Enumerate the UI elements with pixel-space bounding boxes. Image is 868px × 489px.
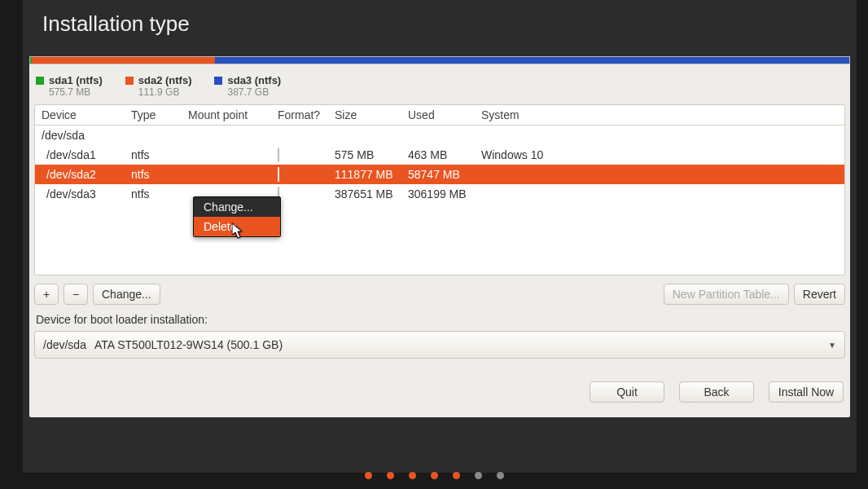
quit-button[interactable]: Quit <box>590 381 664 403</box>
table-row[interactable]: /dev/sda3 ntfs 387651 MB 306199 MB <box>35 184 844 204</box>
cell-size: 111877 MB <box>335 168 408 181</box>
content-panel: sda1 (ntfs) 575.7 MB sda2 (ntfs) 111.9 G… <box>29 56 850 417</box>
legend-item-sda1: sda1 (ntfs) 575.7 MB <box>36 74 103 98</box>
step-dot <box>431 472 438 479</box>
swatch-icon <box>125 77 134 85</box>
col-type[interactable]: Type <box>131 108 188 121</box>
change-partition-button[interactable]: Change... <box>93 284 160 305</box>
cell-device: /dev/sda1 <box>42 148 131 161</box>
cell-used: 58747 MB <box>408 168 481 181</box>
cell-system: Windows 10 <box>481 148 838 161</box>
table-header: Device Type Mount point Format? Size Use… <box>35 105 844 126</box>
step-dot <box>497 472 504 479</box>
format-checkbox[interactable] <box>278 167 279 182</box>
bootloader-desc: ATA ST500LT012-9WS14 (500.1 GB) <box>94 338 283 351</box>
cell-used: 463 MB <box>408 148 481 161</box>
col-device[interactable]: Device <box>42 108 131 121</box>
partition-legend: sda1 (ntfs) 575.7 MB sda2 (ntfs) 111.9 G… <box>29 69 850 104</box>
cell-used: 306199 MB <box>408 187 481 200</box>
back-button[interactable]: Back <box>679 381 754 403</box>
revert-button[interactable]: Revert <box>794 284 845 305</box>
col-mount[interactable]: Mount point <box>188 108 278 121</box>
install-now-button[interactable]: Install Now <box>769 381 844 403</box>
cell-device: /dev/sda3 <box>42 187 131 200</box>
menu-item-change[interactable]: Change... <box>194 197 280 217</box>
cursor-icon <box>232 223 245 240</box>
new-partition-table-button[interactable]: New Partition Table... <box>664 284 789 305</box>
bootloader-device: /dev/sda <box>43 338 86 351</box>
swatch-icon <box>36 77 44 85</box>
chevron-down-icon: ▼ <box>828 341 836 350</box>
installer-window: Installation type sda1 (ntfs) 575.7 MB s… <box>23 0 857 473</box>
partition-size-bar <box>29 56 850 64</box>
cell-type: ntfs <box>131 187 188 200</box>
add-partition-button[interactable]: + <box>34 284 59 305</box>
legend-size: 111.9 GB <box>138 86 192 98</box>
step-dot <box>453 472 460 479</box>
legend-size: 387.7 GB <box>227 86 281 98</box>
cell-format <box>278 187 335 200</box>
step-dot <box>475 472 482 479</box>
legend-item-sda3: sda3 (ntfs) 387.7 GB <box>214 74 281 98</box>
step-dot <box>387 472 394 479</box>
partition-toolbar: + − Change... New Partition Table... Rev… <box>29 275 850 310</box>
bootloader-label: Device for boot loader installation: <box>29 310 850 331</box>
table-row[interactable]: /dev/sda1 ntfs 575 MB 463 MB Windows 10 <box>35 145 844 165</box>
partition-table[interactable]: Device Type Mount point Format? Size Use… <box>34 104 845 275</box>
remove-partition-button[interactable]: − <box>64 284 88 305</box>
col-system[interactable]: System <box>481 108 838 121</box>
cell-size: 575 MB <box>335 148 408 161</box>
partition-segment-sda3[interactable] <box>215 57 849 64</box>
legend-name: sda1 (ntfs) <box>49 74 103 86</box>
progress-dots <box>0 472 868 479</box>
col-size[interactable]: Size <box>335 108 408 121</box>
wizard-footer: Quit Back Install Now <box>29 359 850 417</box>
partition-segment-sda2[interactable] <box>32 57 215 64</box>
cell-device: /dev/sda2 <box>42 168 131 181</box>
legend-name: sda2 (ntfs) <box>138 74 192 86</box>
cell-type: ntfs <box>131 148 188 161</box>
col-used[interactable]: Used <box>408 108 481 121</box>
bootloader-device-select[interactable]: /dev/sda ATA ST500LT012-9WS14 (500.1 GB)… <box>34 331 845 359</box>
cell-size: 387651 MB <box>335 187 408 200</box>
legend-size: 575.7 MB <box>49 86 103 98</box>
legend-name: sda3 (ntfs) <box>227 74 281 86</box>
cell-format <box>278 168 335 181</box>
step-dot <box>409 472 416 479</box>
cell-type: ntfs <box>131 168 188 181</box>
swatch-icon <box>214 77 222 85</box>
page-title: Installation type <box>23 0 857 56</box>
col-format[interactable]: Format? <box>278 108 335 121</box>
cell-format <box>278 148 335 161</box>
table-row-parent[interactable]: /dev/sda <box>35 126 844 145</box>
table-row[interactable]: /dev/sda2 ntfs 111877 MB 58747 MB <box>35 165 844 184</box>
step-dot <box>365 472 372 479</box>
legend-item-sda2: sda2 (ntfs) 111.9 GB <box>125 74 192 98</box>
format-checkbox[interactable] <box>278 148 279 162</box>
